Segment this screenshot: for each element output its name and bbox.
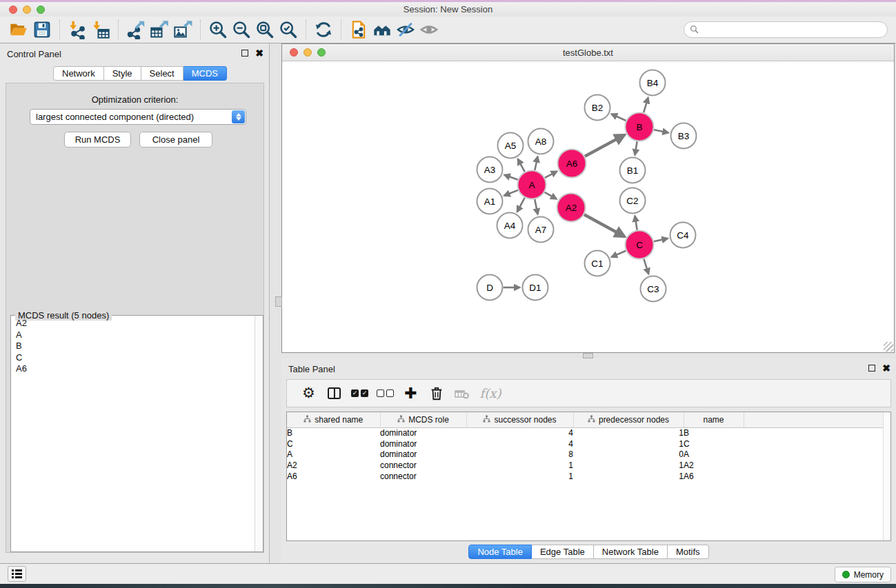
- network-canvas[interactable]: AA1A2A3A4A5A6A7A8BB1B2B3B4CC1C2C3C4DD1: [282, 61, 894, 352]
- graph-edge-B-B4[interactable]: [644, 98, 648, 113]
- search-input[interactable]: [684, 21, 888, 38]
- graph-node-C2[interactable]: C2: [620, 188, 646, 214]
- table-row[interactable]: A6connector11A6: [287, 471, 884, 482]
- column-header-shared-name[interactable]: shared name: [287, 412, 380, 427]
- show-column-icon[interactable]: [321, 382, 347, 405]
- mcds-result-item[interactable]: B: [12, 341, 254, 352]
- graph-node-A7[interactable]: A7: [528, 217, 554, 243]
- column-header-name[interactable]: name: [684, 412, 744, 427]
- tab-mcds[interactable]: MCDS: [183, 66, 227, 81]
- graph-node-D[interactable]: D: [477, 275, 503, 301]
- tab-select[interactable]: Select: [141, 66, 183, 81]
- zoom-out-icon[interactable]: [230, 19, 253, 41]
- mcds-result-item[interactable]: A: [12, 330, 254, 341]
- table-cell[interactable]: connector: [380, 471, 466, 482]
- float-panel-icon[interactable]: [241, 50, 248, 57]
- graph-node-A1[interactable]: A1: [477, 189, 503, 214]
- graph-node-B4[interactable]: B4: [640, 70, 666, 96]
- table-cell[interactable]: 8: [466, 449, 573, 460]
- table-cell[interactable]: C: [684, 438, 744, 449]
- run-mcds-button[interactable]: Run MCDS: [64, 132, 131, 148]
- tab-network[interactable]: Network: [53, 66, 104, 81]
- close-panel-icon[interactable]: ✖: [255, 49, 263, 57]
- graph-edge-A2-C[interactable]: [584, 214, 625, 236]
- open-file-icon[interactable]: [7, 19, 30, 41]
- zoom-in-icon[interactable]: [206, 19, 230, 41]
- tab-style[interactable]: Style: [104, 66, 141, 81]
- splitter-handle[interactable]: [583, 353, 593, 358]
- table-cell[interactable]: B: [287, 427, 380, 438]
- tab-edge-table[interactable]: Edge Table: [532, 545, 594, 559]
- table-row[interactable]: A2connector11A2: [287, 460, 884, 471]
- network-graph[interactable]: AA1A2A3A4A5A6A7A8BB1B2B3B4CC1C2C3C4DD1: [282, 61, 894, 352]
- tab-node-table[interactable]: Node Table: [468, 545, 532, 559]
- delete-table-icon[interactable]: [449, 382, 475, 405]
- optimization-criterion-select[interactable]: largest connected component (directed): [30, 109, 246, 125]
- table-cell[interactable]: 1: [573, 427, 684, 438]
- graph-edge-A6-B[interactable]: [585, 135, 625, 156]
- table-cell[interactable]: 4: [466, 438, 573, 449]
- table-cell[interactable]: 1: [573, 471, 684, 482]
- zoom-fit-icon[interactable]: [253, 19, 277, 41]
- graph-edge-B-B3[interactable]: [654, 130, 668, 132]
- graph-node-A4[interactable]: A4: [497, 213, 523, 239]
- table-row[interactable]: Cdominator41C: [287, 438, 884, 449]
- export-table-icon[interactable]: [148, 19, 171, 41]
- table-cell[interactable]: 1: [466, 471, 573, 482]
- mcds-list-scrollbar[interactable]: [255, 316, 263, 551]
- graph-node-B3[interactable]: B3: [671, 123, 697, 149]
- graph-node-B[interactable]: B: [626, 113, 654, 141]
- graph-edge-A-A1[interactable]: [504, 190, 518, 196]
- graph-edge-B-B1[interactable]: [635, 141, 637, 155]
- table-cell[interactable]: 1: [573, 460, 684, 471]
- table-cell[interactable]: connector: [380, 460, 466, 471]
- graph-node-C1[interactable]: C1: [585, 251, 610, 276]
- graph-node-C4[interactable]: C4: [670, 223, 696, 248]
- mcds-result-item[interactable]: A2: [12, 318, 254, 330]
- table-cell[interactable]: 1: [573, 438, 684, 449]
- graph-node-A8[interactable]: A8: [528, 129, 554, 154]
- column-header-MCDS-role[interactable]: MCDS role: [380, 412, 466, 427]
- first-neighbors-icon[interactable]: [370, 19, 394, 41]
- zoom-selected-icon[interactable]: [277, 19, 300, 41]
- graph-edge-A-A6[interactable]: [545, 172, 557, 178]
- table-cell[interactable]: dominator: [380, 438, 466, 449]
- table-cell[interactable]: C: [287, 438, 380, 449]
- graph-edge-C-C4[interactable]: [654, 239, 668, 241]
- import-table-icon[interactable]: [89, 19, 112, 41]
- table-cell[interactable]: A: [287, 449, 380, 460]
- function-builder-icon[interactable]: f(x): [475, 382, 506, 405]
- graph-edge-C-C2[interactable]: [635, 216, 637, 230]
- close-panel-icon[interactable]: ✖: [882, 364, 890, 372]
- tab-network-table[interactable]: Network Table: [594, 545, 668, 559]
- table-cell[interactable]: dominator: [380, 427, 466, 438]
- table-cell[interactable]: A2: [287, 460, 380, 471]
- graph-edge-A-A2[interactable]: [545, 192, 557, 199]
- graph-node-A3[interactable]: A3: [477, 157, 503, 183]
- table-scrollbar[interactable]: [883, 412, 890, 540]
- graph-edge-A-A7[interactable]: [535, 199, 537, 214]
- show-all-eye-icon[interactable]: [417, 19, 441, 41]
- graph-node-A5[interactable]: A5: [498, 133, 524, 159]
- deselect-all-checkboxes-icon[interactable]: [372, 382, 398, 405]
- network-list-toggle-button[interactable]: [8, 566, 26, 582]
- apply-layout-icon[interactable]: [312, 19, 335, 41]
- table-cell[interactable]: A2: [684, 460, 744, 471]
- graph-edge-A-A3[interactable]: [504, 175, 518, 180]
- graph-node-C3[interactable]: C3: [641, 276, 666, 302]
- table-cell[interactable]: 0: [573, 449, 684, 460]
- window-resize-grip[interactable]: [884, 342, 893, 352]
- column-header-successor-nodes[interactable]: successor nodes: [466, 412, 573, 427]
- mcds-result-item[interactable]: A6: [12, 363, 254, 375]
- graph-node-A[interactable]: A: [518, 171, 546, 199]
- float-panel-icon[interactable]: [868, 365, 875, 372]
- table-options-gear-icon[interactable]: ⚙: [296, 382, 321, 405]
- table-row[interactable]: Adominator80A: [287, 449, 884, 460]
- graph-node-D1[interactable]: D1: [523, 275, 548, 301]
- graph-edge-A-A5[interactable]: [518, 159, 525, 172]
- graph-node-B1[interactable]: B1: [620, 158, 646, 183]
- import-network-icon[interactable]: [66, 19, 89, 41]
- column-header-predecessor-nodes[interactable]: predecessor nodes: [573, 412, 684, 427]
- graph-edge-A-A8[interactable]: [535, 156, 537, 170]
- graph-edge-B-B2[interactable]: [611, 114, 626, 121]
